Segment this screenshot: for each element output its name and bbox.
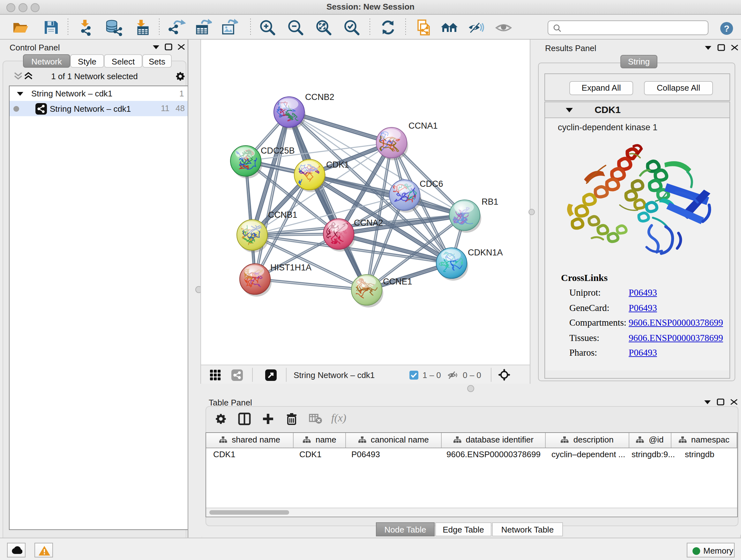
svg-text:RB1: RB1 [482, 197, 498, 206]
svg-text:CDC6: CDC6 [420, 179, 443, 189]
svg-text:CDK1: CDK1 [326, 160, 349, 170]
svg-text:CCNB1: CCNB1 [268, 210, 297, 220]
svg-text:CCNE1: CCNE1 [383, 277, 412, 287]
svg-text:CDC25B: CDC25B [261, 146, 295, 155]
svg-text:CCNA2: CCNA2 [354, 218, 383, 228]
svg-text:CCNA1: CCNA1 [408, 121, 438, 131]
svg-text:CCNB2: CCNB2 [305, 92, 334, 102]
svg-text:HIST1H1A: HIST1H1A [270, 263, 312, 272]
svg-text:?: ? [724, 23, 729, 34]
svg-text:CDKN1A: CDKN1A [468, 248, 503, 257]
